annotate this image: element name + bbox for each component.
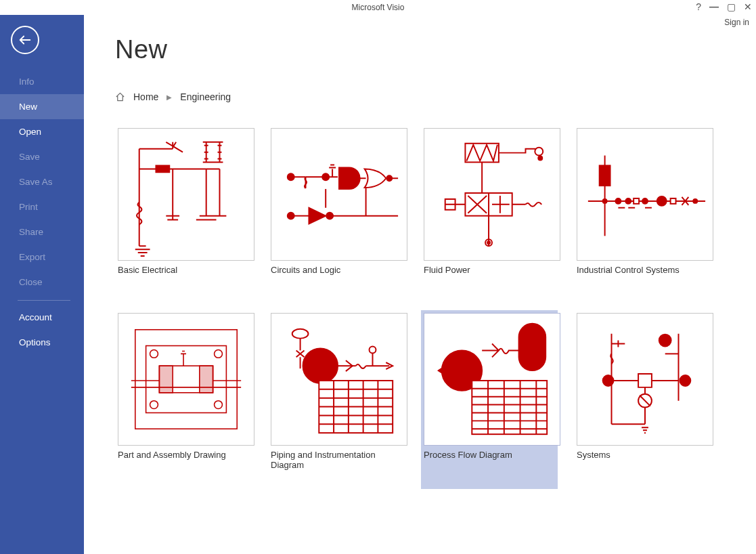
sidebar-item-export[interactable]: Export: [0, 244, 84, 270]
svg-point-17: [657, 196, 667, 206]
template-piping-instrumentation[interactable]: Piping and Instrumentation Diagram: [268, 310, 405, 489]
svg-point-0: [288, 173, 294, 180]
sidebar-item-save[interactable]: Save: [0, 144, 84, 169]
close-icon[interactable]: ✕: [744, 2, 752, 12]
chevron-right-icon: ▶: [166, 93, 172, 101]
template-systems[interactable]: Systems: [574, 310, 711, 489]
template-fluid-power[interactable]: Fluid Power: [421, 125, 558, 294]
sidebar-item-saveas[interactable]: Save As: [0, 169, 84, 194]
title-bar: Microsoft Visio ? — ▢ ✕: [0, 0, 756, 15]
template-industrial-control[interactable]: Industrial Control Systems: [574, 125, 711, 294]
svg-point-31: [370, 347, 376, 354]
sidebar-item-label: Open: [19, 127, 41, 137]
template-thumbnail: [118, 128, 254, 261]
template-part-assembly[interactable]: Part and Assembly Drawing: [115, 310, 252, 489]
sidebar-item-info[interactable]: Info: [0, 69, 84, 94]
svg-point-12: [603, 199, 607, 203]
svg-point-10: [487, 241, 490, 244]
svg-point-36: [659, 335, 671, 347]
sidebar-item-options[interactable]: Options: [0, 330, 84, 355]
sidebar-item-account[interactable]: Account: [0, 305, 84, 330]
template-circuits-logic[interactable]: Circuits and Logic: [268, 125, 405, 294]
sign-in-link[interactable]: Sign in: [724, 18, 749, 27]
sidebar-item-close[interactable]: Close: [0, 270, 84, 295]
svg-point-23: [215, 349, 223, 358]
sidebar-item-label: Export: [19, 252, 45, 262]
template-label: Fluid Power: [424, 265, 555, 275]
sidebar-item-label: Save As: [19, 177, 53, 187]
template-label: Industrial Control Systems: [577, 265, 708, 275]
sidebar-item-new[interactable]: New: [0, 94, 84, 119]
svg-point-13: [615, 198, 621, 204]
sidebar-item-label: Print: [19, 202, 38, 212]
svg-rect-33: [519, 324, 546, 370]
svg-rect-28: [200, 366, 213, 393]
breadcrumb: Home ▶ Engineering: [115, 91, 742, 102]
breadcrumb-engineering[interactable]: Engineering: [180, 91, 231, 102]
template-label: Basic Electrical: [118, 265, 249, 275]
template-thumbnail: [424, 128, 560, 261]
home-icon[interactable]: [115, 92, 125, 102]
sidebar-item-print[interactable]: Print: [0, 194, 84, 219]
template-label: Process Flow Diagram: [424, 450, 555, 460]
svg-point-24: [150, 401, 158, 409]
template-thumbnail: [577, 313, 713, 446]
help-icon[interactable]: ?: [696, 2, 701, 12]
template-thumbnail: [118, 313, 254, 446]
template-thumbnail: [271, 313, 407, 446]
svg-rect-18: [671, 198, 676, 204]
sidebar-item-share[interactable]: Share: [0, 219, 84, 244]
template-process-flow[interactable]: Process Flow Diagram: [421, 310, 558, 489]
backstage-sidebar: Info New Open Save Save As Print Share E…: [0, 15, 84, 554]
sidebar-separator: [18, 300, 70, 301]
svg-point-3: [288, 213, 294, 219]
back-button[interactable]: [11, 26, 39, 54]
template-label: Piping and Instrumentation Diagram: [271, 450, 402, 470]
sidebar-item-label: Options: [19, 337, 51, 347]
svg-point-4: [326, 213, 333, 219]
template-basic-electrical[interactable]: Basic Electrical: [115, 125, 252, 294]
template-grid: Basic Electrical: [115, 125, 742, 489]
svg-point-2: [386, 175, 392, 181]
svg-point-6: [535, 148, 543, 156]
sidebar-item-open[interactable]: Open: [0, 119, 84, 144]
breadcrumb-home[interactable]: Home: [133, 91, 158, 102]
sidebar-item-label: New: [19, 102, 37, 112]
sidebar-item-label: Share: [19, 227, 43, 237]
svg-rect-20: [135, 330, 237, 429]
sidebar-item-label: Close: [19, 277, 43, 287]
svg-rect-11: [600, 165, 610, 186]
sidebar-item-label: Save: [19, 152, 40, 162]
svg-point-16: [642, 198, 648, 204]
svg-point-38: [680, 375, 690, 386]
svg-point-1: [322, 173, 329, 180]
sidebar-item-label: Account: [19, 312, 52, 322]
sidebar-item-label: Info: [19, 77, 35, 87]
template-thumbnail: [577, 128, 713, 261]
app-title: Microsoft Visio: [352, 3, 405, 12]
svg-rect-15: [633, 198, 639, 204]
svg-point-7: [538, 156, 542, 161]
template-label: Systems: [577, 450, 708, 460]
svg-point-30: [303, 348, 338, 383]
arrow-left-icon: [18, 33, 32, 47]
svg-point-19: [693, 199, 697, 203]
minimize-icon[interactable]: —: [709, 2, 719, 12]
page-title: New: [115, 35, 742, 64]
svg-point-22: [150, 349, 158, 358]
template-thumbnail: [271, 128, 407, 261]
svg-point-14: [625, 198, 631, 204]
template-label: Part and Assembly Drawing: [118, 450, 249, 460]
svg-rect-27: [159, 366, 173, 393]
template-thumbnail: [424, 313, 560, 446]
content-pane: New Home ▶ Engineering: [84, 15, 756, 554]
maximize-icon[interactable]: ▢: [727, 2, 736, 12]
svg-point-29: [292, 329, 309, 339]
svg-point-25: [215, 401, 223, 409]
template-label: Circuits and Logic: [271, 265, 402, 275]
